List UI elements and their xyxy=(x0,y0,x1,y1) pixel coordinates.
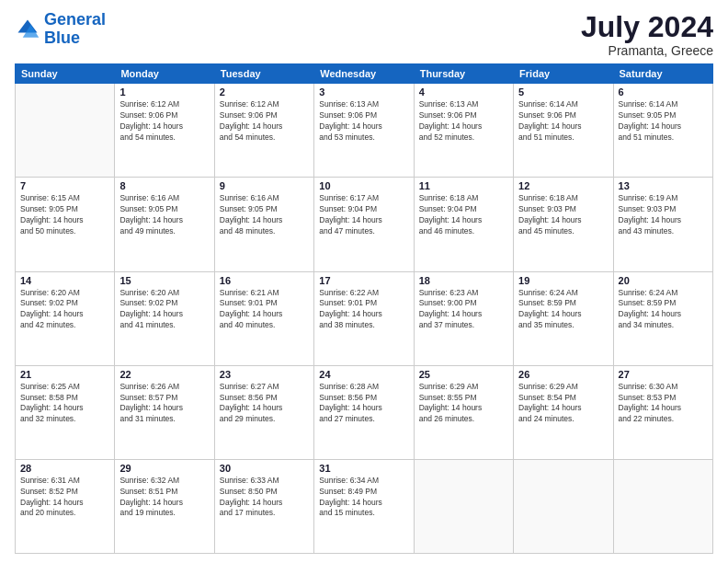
table-row: 27Sunrise: 6:30 AM Sunset: 8:53 PM Dayli… xyxy=(613,365,712,459)
cell-info: Sunrise: 6:24 AM Sunset: 8:59 PM Dayligh… xyxy=(518,288,608,332)
cell-info: Sunrise: 6:16 AM Sunset: 9:05 PM Dayligh… xyxy=(220,193,309,237)
cell-info: Sunrise: 6:17 AM Sunset: 9:04 PM Dayligh… xyxy=(319,193,408,237)
table-row: 11Sunrise: 6:18 AM Sunset: 9:04 PM Dayli… xyxy=(414,178,513,271)
cell-info: Sunrise: 6:21 AM Sunset: 9:01 PM Dayligh… xyxy=(220,288,309,332)
day-number: 28 xyxy=(20,463,109,474)
cell-info: Sunrise: 6:16 AM Sunset: 9:05 PM Dayligh… xyxy=(119,193,209,237)
table-row xyxy=(414,459,513,553)
cell-info: Sunrise: 6:13 AM Sunset: 9:06 PM Dayligh… xyxy=(319,99,408,144)
table-row: 12Sunrise: 6:18 AM Sunset: 9:03 PM Dayli… xyxy=(514,178,613,271)
cell-info: Sunrise: 6:13 AM Sunset: 9:06 PM Dayligh… xyxy=(419,99,508,144)
day-number: 8 xyxy=(119,180,209,191)
header-tuesday: Tuesday xyxy=(214,64,313,84)
table-row: 14Sunrise: 6:20 AM Sunset: 9:02 PM Dayli… xyxy=(16,271,115,365)
day-number: 19 xyxy=(518,275,608,286)
cell-info: Sunrise: 6:32 AM Sunset: 8:51 PM Dayligh… xyxy=(119,476,209,520)
day-number: 5 xyxy=(518,86,608,98)
day-number: 25 xyxy=(419,369,508,380)
logo-icon xyxy=(15,17,40,42)
table-row: 16Sunrise: 6:21 AM Sunset: 9:01 PM Dayli… xyxy=(214,271,313,365)
table-row: 6Sunrise: 6:14 AM Sunset: 9:05 PM Daylig… xyxy=(613,84,712,178)
cell-info: Sunrise: 6:33 AM Sunset: 8:50 PM Dayligh… xyxy=(220,476,309,520)
table-row: 7Sunrise: 6:15 AM Sunset: 9:05 PM Daylig… xyxy=(16,178,115,271)
cell-info: Sunrise: 6:19 AM Sunset: 9:03 PM Dayligh… xyxy=(619,193,708,237)
cell-info: Sunrise: 6:20 AM Sunset: 9:02 PM Dayligh… xyxy=(20,288,109,332)
header-saturday: Saturday xyxy=(613,64,712,84)
table-row xyxy=(613,459,712,553)
location: Pramanta, Greece xyxy=(581,43,713,58)
table-row: 21Sunrise: 6:25 AM Sunset: 8:58 PM Dayli… xyxy=(16,365,115,459)
cell-info: Sunrise: 6:29 AM Sunset: 8:55 PM Dayligh… xyxy=(419,382,508,426)
header-monday: Monday xyxy=(115,64,214,84)
table-row: 4Sunrise: 6:13 AM Sunset: 9:06 PM Daylig… xyxy=(414,84,513,178)
day-number: 18 xyxy=(419,275,508,286)
day-number: 24 xyxy=(319,369,408,380)
cell-info: Sunrise: 6:28 AM Sunset: 8:56 PM Dayligh… xyxy=(319,382,408,426)
table-row: 23Sunrise: 6:27 AM Sunset: 8:56 PM Dayli… xyxy=(214,365,313,459)
table-row: 17Sunrise: 6:22 AM Sunset: 9:01 PM Dayli… xyxy=(314,271,414,365)
table-row: 5Sunrise: 6:14 AM Sunset: 9:06 PM Daylig… xyxy=(514,84,613,178)
day-number: 30 xyxy=(220,463,309,474)
day-number: 15 xyxy=(119,275,209,286)
cell-info: Sunrise: 6:14 AM Sunset: 9:06 PM Dayligh… xyxy=(518,99,608,144)
calendar-header-row: Sunday Monday Tuesday Wednesday Thursday… xyxy=(16,64,713,84)
day-number: 1 xyxy=(119,86,209,98)
month-year: July 2024 xyxy=(581,11,713,43)
table-row: 26Sunrise: 6:29 AM Sunset: 8:54 PM Dayli… xyxy=(514,365,613,459)
header-wednesday: Wednesday xyxy=(314,64,414,84)
day-number: 26 xyxy=(518,369,608,380)
cell-info: Sunrise: 6:22 AM Sunset: 9:01 PM Dayligh… xyxy=(319,288,408,332)
day-number: 27 xyxy=(619,369,708,380)
cell-info: Sunrise: 6:20 AM Sunset: 9:02 PM Dayligh… xyxy=(119,288,209,332)
header-thursday: Thursday xyxy=(414,64,513,84)
logo-line1: General xyxy=(44,10,106,29)
table-row: 28Sunrise: 6:31 AM Sunset: 8:52 PM Dayli… xyxy=(16,459,115,553)
table-row: 8Sunrise: 6:16 AM Sunset: 9:05 PM Daylig… xyxy=(115,178,214,271)
day-number: 29 xyxy=(119,463,209,474)
table-row: 15Sunrise: 6:20 AM Sunset: 9:02 PM Dayli… xyxy=(115,271,214,365)
cell-info: Sunrise: 6:15 AM Sunset: 9:05 PM Dayligh… xyxy=(20,193,109,237)
table-row: 19Sunrise: 6:24 AM Sunset: 8:59 PM Dayli… xyxy=(514,271,613,365)
day-number: 13 xyxy=(619,180,708,191)
day-number: 31 xyxy=(319,463,408,474)
day-number: 2 xyxy=(220,86,309,98)
day-number: 3 xyxy=(319,86,408,98)
day-number: 21 xyxy=(20,369,109,380)
cell-info: Sunrise: 6:14 AM Sunset: 9:05 PM Dayligh… xyxy=(619,99,708,144)
cell-info: Sunrise: 6:24 AM Sunset: 8:59 PM Dayligh… xyxy=(619,288,708,332)
cell-info: Sunrise: 6:12 AM Sunset: 9:06 PM Dayligh… xyxy=(220,99,309,144)
day-number: 6 xyxy=(619,86,708,98)
cell-info: Sunrise: 6:27 AM Sunset: 8:56 PM Dayligh… xyxy=(220,382,309,426)
header-sunday: Sunday xyxy=(16,64,115,84)
top-section: General Blue July 2024 Pramanta, Greece xyxy=(15,11,713,58)
table-row: 20Sunrise: 6:24 AM Sunset: 8:59 PM Dayli… xyxy=(613,271,712,365)
header-friday: Friday xyxy=(514,64,613,84)
day-number: 17 xyxy=(319,275,408,286)
table-row xyxy=(514,459,613,553)
logo-line2: Blue xyxy=(44,29,80,47)
cell-info: Sunrise: 6:18 AM Sunset: 9:04 PM Dayligh… xyxy=(419,193,508,237)
page: General Blue July 2024 Pramanta, Greece … xyxy=(0,0,728,563)
day-number: 14 xyxy=(20,275,109,286)
day-number: 22 xyxy=(119,369,209,380)
day-number: 11 xyxy=(419,180,508,191)
day-number: 20 xyxy=(619,275,708,286)
calendar-table: Sunday Monday Tuesday Wednesday Thursday… xyxy=(15,63,713,554)
table-row: 13Sunrise: 6:19 AM Sunset: 9:03 PM Dayli… xyxy=(613,178,712,271)
cell-info: Sunrise: 6:12 AM Sunset: 9:06 PM Dayligh… xyxy=(119,99,209,144)
day-number: 9 xyxy=(220,180,309,191)
cell-info: Sunrise: 6:34 AM Sunset: 8:49 PM Dayligh… xyxy=(319,476,408,520)
cell-info: Sunrise: 6:23 AM Sunset: 9:00 PM Dayligh… xyxy=(419,288,508,332)
day-number: 4 xyxy=(419,86,508,98)
table-row: 22Sunrise: 6:26 AM Sunset: 8:57 PM Dayli… xyxy=(115,365,214,459)
cell-info: Sunrise: 6:31 AM Sunset: 8:52 PM Dayligh… xyxy=(20,476,109,520)
day-number: 7 xyxy=(20,180,109,191)
table-row: 3Sunrise: 6:13 AM Sunset: 9:06 PM Daylig… xyxy=(314,84,414,178)
cell-info: Sunrise: 6:25 AM Sunset: 8:58 PM Dayligh… xyxy=(20,382,109,426)
table-row: 25Sunrise: 6:29 AM Sunset: 8:55 PM Dayli… xyxy=(414,365,513,459)
cell-info: Sunrise: 6:29 AM Sunset: 8:54 PM Dayligh… xyxy=(518,382,608,426)
table-row: 29Sunrise: 6:32 AM Sunset: 8:51 PM Dayli… xyxy=(115,459,214,553)
logo: General Blue xyxy=(15,11,106,48)
table-row: 1Sunrise: 6:12 AM Sunset: 9:06 PM Daylig… xyxy=(115,84,214,178)
day-number: 23 xyxy=(220,369,309,380)
